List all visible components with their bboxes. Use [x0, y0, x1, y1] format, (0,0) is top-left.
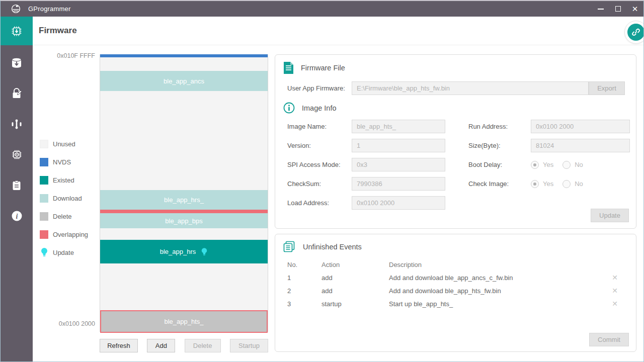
unfinished-events-icon [283, 241, 296, 253]
close-button[interactable]: ✕ [626, 1, 643, 17]
page-title: Firmware [39, 26, 77, 36]
legend-item-nvds: NVDS [40, 153, 88, 171]
check-image-yes-radio[interactable] [531, 180, 539, 188]
remove-event-icon[interactable]: ✕ [607, 287, 622, 295]
goodix-logo-icon [11, 4, 21, 14]
checksum-input[interactable] [352, 177, 445, 191]
sidebar-item-log[interactable] [1, 170, 33, 201]
existed-swatch [40, 176, 48, 185]
memory-block-ble-app-bps[interactable]: ble_app_bps [100, 213, 268, 228]
image-name-input[interactable] [352, 120, 445, 133]
user-app-firmware-label: User App Firmware: [287, 84, 352, 92]
minimize-icon [598, 9, 604, 10]
sidebar-item-firmware[interactable] [1, 17, 33, 45]
run-address-label: Run Address: [468, 123, 531, 130]
event-row-3: 3 startup Start up ble_app_hts_ ✕ [287, 297, 636, 310]
boot-delay-no-radio[interactable] [562, 161, 571, 169]
event-row-2: 2 add Add and download ble_app_hts_fw.bi… [287, 284, 636, 297]
commit-button[interactable]: Commit [589, 333, 629, 346]
add-button[interactable]: Add [147, 339, 175, 352]
events-table: No. Action Description 1 add Add and dow… [287, 258, 636, 310]
remove-event-icon[interactable]: ✕ [607, 274, 622, 282]
check-image-radio-group: Yes No [531, 180, 630, 188]
export-button[interactable]: Export [589, 81, 625, 95]
remove-event-icon[interactable]: ✕ [607, 300, 622, 308]
memory-block-overlapping [100, 210, 268, 213]
chip-config-icon [10, 148, 24, 161]
image-name-label: Image Name: [287, 123, 352, 130]
memory-block-ble-app-hts_[interactable]: ble_app_hts_ [100, 310, 268, 333]
minimize-button[interactable] [592, 1, 609, 17]
sidebar: i [1, 17, 33, 362]
event-row-1: 1 add Add and download ble_app_ancs_c_fw… [287, 271, 636, 284]
app-window: GProgrammer ✕ [0, 0, 644, 362]
column-description: Description [389, 261, 607, 268]
check-image-label: Check Image: [468, 180, 531, 188]
sidebar-item-chip-config[interactable] [1, 139, 33, 170]
nvds-swatch [40, 158, 48, 166]
memory-top-address: 0x010F FFFF [33, 52, 95, 59]
overlapping-swatch [40, 230, 48, 239]
refresh-button[interactable]: Refresh [100, 339, 138, 352]
firmware-file-panel: Firmware File User App Firmware: Export [275, 54, 636, 229]
window-title: GProgrammer [28, 5, 71, 13]
firmware-page-content: 0x010F FFFF 0x0100 2000 Unused NVDS Exis… [33, 45, 643, 362]
spi-access-mode-label: SPI Access Mode: [287, 161, 352, 168]
firmware-file-title: Firmware File [301, 64, 345, 72]
delete-button[interactable]: Delete [185, 339, 221, 352]
memory-toolbar: Refresh Add Delete Startup [100, 339, 268, 352]
memory-block-ble-app-hrs[interactable]: ble_app_hrs [100, 240, 268, 263]
link-icon [631, 27, 641, 37]
efuse-icon [10, 118, 23, 131]
about-info-icon: i [11, 210, 23, 222]
connect-button[interactable] [624, 21, 644, 44]
sidebar-item-about[interactable]: i [1, 201, 33, 231]
boot-delay-yes-radio[interactable] [531, 161, 539, 169]
sidebar-item-encrypt-sign[interactable] [1, 78, 33, 109]
spi-access-mode-input[interactable] [352, 158, 445, 171]
column-action: Action [321, 261, 389, 268]
column-no: No. [287, 261, 321, 268]
device-log-icon [11, 179, 23, 192]
sidebar-item-efuse[interactable] [1, 109, 33, 139]
unfinished-events-panel: Unfinished Events No. Action Description… [275, 234, 636, 352]
memory-block-ble-app-hrs_[interactable]: ble_app_hrs_ [100, 190, 268, 210]
user-app-firmware-input[interactable] [352, 81, 589, 95]
firmware-file-icon [283, 61, 294, 74]
load-address-label: Load Address: [287, 199, 352, 207]
memory-block-nvds[interactable] [100, 54, 268, 57]
flash-storage-icon [10, 56, 23, 69]
memory-block-ble-app-ancs[interactable]: ble_app_ancs [100, 71, 268, 91]
size-byte-input[interactable] [531, 139, 630, 152]
image-info-icon [283, 102, 295, 114]
delete-swatch [40, 212, 48, 221]
memory-legend: Unused NVDS Existed Download [40, 135, 88, 261]
maximize-button[interactable] [609, 1, 626, 17]
unfinished-events-title: Unfinished Events [303, 243, 362, 251]
update-bulb-icon [40, 247, 48, 257]
boot-delay-radio-group: Yes No [531, 161, 630, 169]
firmware-chip-download-icon [10, 24, 24, 38]
legend-item-delete: Delete [40, 207, 88, 225]
svg-text:i: i [16, 213, 18, 220]
events-table-header: No. Action Description [287, 258, 636, 271]
download-swatch [40, 194, 48, 203]
startup-button[interactable]: Startup [230, 339, 268, 352]
legend-item-download: Download [40, 189, 88, 207]
update-button[interactable]: Update [591, 209, 629, 222]
titlebar: GProgrammer ✕ [1, 1, 643, 17]
legend-item-overlapping: Overlapping [40, 225, 88, 243]
boot-delay-label: Boot Delay: [468, 161, 531, 168]
version-input[interactable] [352, 139, 445, 152]
load-address-input[interactable] [352, 196, 445, 210]
check-image-no-radio[interactable] [562, 180, 571, 188]
close-icon: ✕ [632, 5, 638, 13]
run-address-input[interactable] [531, 120, 630, 133]
memory-bottom-address: 0x0100 2000 [33, 320, 95, 327]
version-label: Version: [287, 142, 352, 149]
unused-swatch [40, 140, 48, 148]
memory-map-column: ble_app_ancs ble_app_hrs_ ble_app_bps bl… [100, 54, 268, 332]
sidebar-item-flash[interactable] [1, 47, 33, 78]
encrypt-sign-lock-icon [10, 87, 23, 100]
legend-item-update: Update [40, 243, 88, 261]
